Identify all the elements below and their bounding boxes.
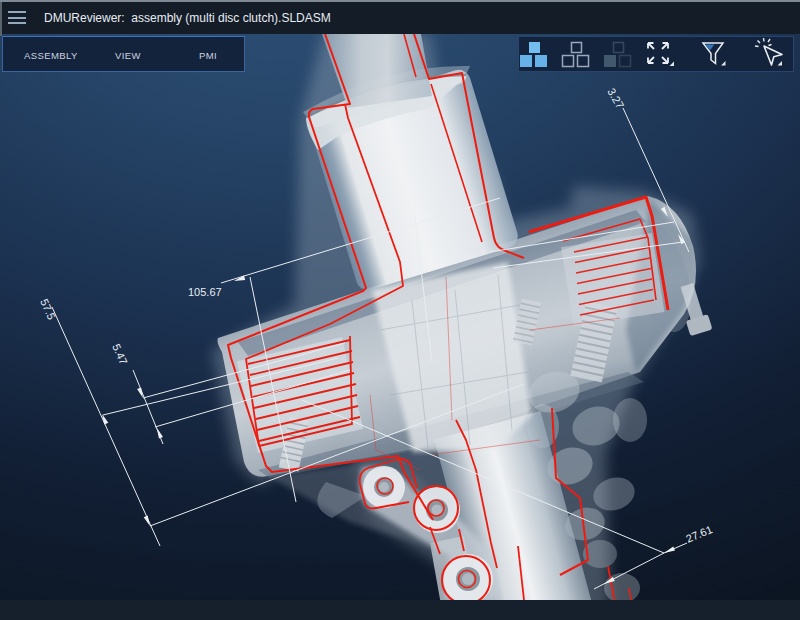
svg-text:105.67: 105.67 — [188, 286, 222, 298]
